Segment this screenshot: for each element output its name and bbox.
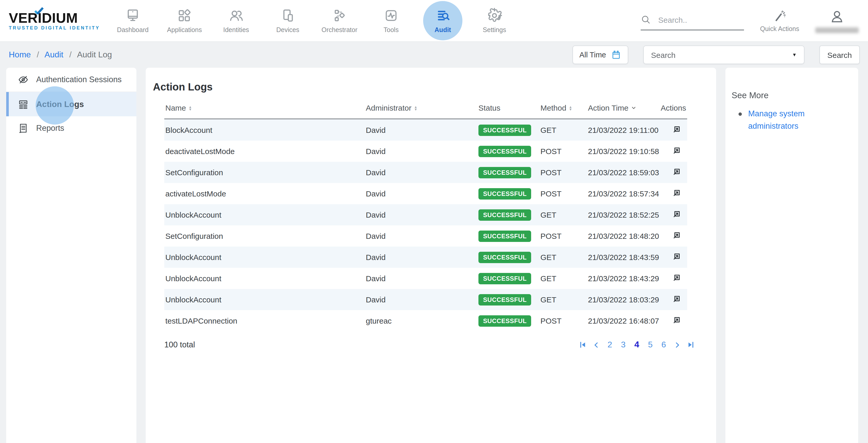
nav-item-label: Audit [435,26,451,34]
sidebar-item-label: Reports [36,123,64,133]
cell-action-time: 21/03/2022 18:43:29 [587,268,662,289]
logo-check-icon [34,7,44,15]
first-page-button[interactable] [579,341,586,348]
open-log-icon[interactable] [671,251,682,262]
column-header-action-time[interactable]: Action Time [587,100,662,119]
pagination-page[interactable]: 3 [620,340,627,349]
table-row[interactable]: SetConfiguration David SUCCESSFUL POST 2… [164,225,687,246]
nav-item-tools[interactable]: Tools [365,1,417,40]
status-badge: SUCCESSFUL [478,124,531,136]
cell-method: POST [539,162,587,183]
cell-method: POST [539,183,587,204]
previous-page-button[interactable] [593,342,600,348]
reports-icon [18,122,29,134]
table-row[interactable]: deactivateLostMode David SUCCESSFUL POST… [164,141,687,162]
tools-icon [383,8,399,23]
table-row[interactable]: SetConfiguration David SUCCESSFUL POST 2… [164,162,687,183]
veridium-logo[interactable]: VERIDIUM TRUSTED DIGITAL IDENTITY [9,11,101,30]
dropdown-caret-icon: ▼ [792,52,797,57]
quick-actions-button[interactable]: Quick Actions [756,9,803,32]
breadcrumb-home-link[interactable]: Home [9,50,31,59]
table-row[interactable]: activateLostMode David SUCCESSFUL POST 2… [164,183,687,204]
veridium-admin-app: VERIDIUM TRUSTED DIGITAL IDENTITY Dashbo… [0,0,868,443]
chevron-down-icon [631,105,637,111]
cell-name: UnblockAccount [164,268,365,289]
table-body: BlockAccount David SUCCESSFUL GET 21/03/… [164,119,687,331]
nav-item-identities[interactable]: Identities [210,1,262,40]
manage-system-administrators-link[interactable]: Manage system administrators [748,108,826,132]
last-page-button[interactable] [687,341,694,348]
content-area: Authentication Sessions Action Logs Repo… [0,68,868,443]
nav-item-label: Devices [276,26,300,34]
nav-item-audit[interactable]: Audit [417,1,469,40]
nav-item-dashboard[interactable]: Dashboard [107,1,159,40]
cell-name: testLDAPConnection [164,310,365,331]
open-log-icon[interactable] [671,166,682,177]
column-header-status: Status [477,100,539,119]
audit-sidebar: Authentication Sessions Action Logs Repo… [6,68,136,443]
magic-wand-icon [773,9,786,23]
nav-item-settings[interactable]: Settings [469,1,520,40]
breadcrumb-bar: Home / Audit / Audit Log All Time Search… [0,42,868,68]
search-field-select[interactable]: Search ▼ [643,46,804,64]
column-header-administrator[interactable]: Administrator▲▼ [365,100,477,119]
global-search-input[interactable] [657,15,737,25]
sidebar-item-label: Authentication Sessions [36,75,122,84]
status-badge: SUCCESSFUL [478,188,531,199]
search-submit-button[interactable]: Search [819,46,860,64]
sidebar-item-action-logs[interactable]: Action Logs [6,92,136,116]
open-log-icon[interactable] [671,209,682,219]
cell-administrator: David [365,119,477,141]
page-title: Action Logs [153,81,716,93]
open-log-icon[interactable] [671,145,682,156]
cell-method: POST [539,310,587,331]
pagination-page[interactable]: 5 [647,340,654,349]
status-badge: SUCCESSFUL [478,167,531,178]
open-log-icon[interactable] [671,293,682,304]
next-page-button[interactable] [674,342,680,348]
action-logs-panel: Action Logs Name▲▼ Administrator▲▼ Statu… [146,68,716,443]
column-header-name[interactable]: Name▲▼ [164,100,365,119]
open-log-icon[interactable] [671,124,682,135]
nav-item-label: Settings [483,26,506,34]
pagination-page[interactable]: 6 [660,340,667,349]
open-log-icon[interactable] [671,230,682,241]
identities-icon [228,8,244,23]
nav-item-devices[interactable]: Devices [262,1,314,40]
pagination-page[interactable]: 2 [607,340,613,349]
cell-administrator: David [365,268,477,289]
status-badge: SUCCESSFUL [478,273,531,284]
see-more-title: See More [732,90,851,100]
nav-item-applications[interactable]: Applications [159,1,210,40]
sidebar-item-reports[interactable]: Reports [6,116,136,140]
account-menu[interactable] [812,8,862,33]
table-row[interactable]: UnblockAccount David SUCCESSFUL GET 21/0… [164,268,687,289]
sort-icon: ▲▼ [569,105,572,110]
nav-item-orchestrator[interactable]: Orchestrator [314,1,365,40]
breadcrumb-audit-link[interactable]: Audit [44,50,63,59]
table-row[interactable]: BlockAccount David SUCCESSFUL GET 21/03/… [164,119,687,141]
cell-administrator: David [365,289,477,310]
table-row[interactable]: UnblockAccount David SUCCESSFUL GET 21/0… [164,246,687,268]
cell-action-time: 21/03/2022 18:57:34 [587,183,662,204]
time-range-button[interactable]: All Time [573,46,628,64]
cell-action-time: 21/03/2022 19:10:58 [587,141,662,162]
table-row[interactable]: testLDAPConnection gtureac SUCCESSFUL PO… [164,310,687,331]
cell-name: activateLostMode [164,183,365,204]
open-log-icon[interactable] [671,272,682,283]
column-header-method[interactable]: Method▲▼ [539,100,587,119]
devices-icon [280,8,296,23]
cell-name: UnblockAccount [164,246,365,268]
status-badge: SUCCESSFUL [478,230,531,242]
open-log-icon[interactable] [671,187,682,198]
sidebar-item-authentication-sessions[interactable]: Authentication Sessions [6,68,136,92]
table-row[interactable]: UnblockAccount David SUCCESSFUL GET 21/0… [164,289,687,310]
breadcrumb-separator: / [69,50,71,59]
table-row[interactable]: UnblockAccount David SUCCESSFUL GET 21/0… [164,204,687,225]
action-logs-icon [18,98,29,110]
pagination-page[interactable]: 4 [633,339,640,350]
user-name-redacted [815,27,859,33]
open-log-icon[interactable] [671,315,682,325]
cell-administrator: David [365,141,477,162]
cell-administrator: David [365,204,477,225]
